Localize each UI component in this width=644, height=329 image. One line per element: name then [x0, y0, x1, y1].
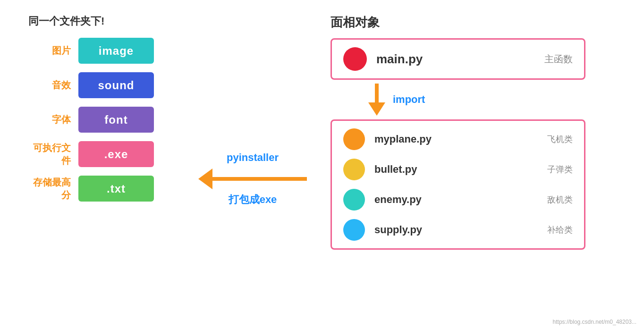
main-desc: 主函数 — [544, 53, 573, 66]
file-label-font: 字体 — [28, 113, 71, 126]
import-section: import — [368, 84, 616, 116]
left-section: 同一个文件夹下! 图片 image 音效 sound 字体 font 可执行文件… — [28, 14, 189, 210]
file-badge-sound: sound — [78, 72, 154, 98]
main-container: 同一个文件夹下! 图片 image 音效 sound 字体 font 可执行文件… — [0, 0, 644, 329]
desc-supply: 补给类 — [547, 224, 573, 236]
desc-myplane: 飞机类 — [547, 134, 573, 145]
arrow-left-icon — [198, 169, 212, 189]
file-item-font: 字体 font — [28, 107, 189, 133]
left-title: 同一个文件夹下! — [28, 14, 189, 28]
file-label-sound: 音效 — [28, 79, 71, 92]
arrow-down-container — [368, 84, 385, 116]
file-item-txt: 存储最高分 .txt — [28, 176, 189, 202]
file-item-sound: 音效 sound — [28, 72, 189, 98]
pyinstaller-label: pyinstaller — [227, 151, 279, 165]
import-label: import — [393, 93, 425, 106]
sub-item-enemy: enemy.py 敌机类 — [343, 189, 573, 211]
sub-item-bullet: bullet.py 子弹类 — [343, 159, 573, 180]
file-badge-font: font — [78, 107, 154, 133]
sub-item-myplane: myplane.py 飞机类 — [343, 128, 573, 150]
filename-supply: supply.py — [374, 224, 538, 236]
filename-bullet: bullet.py — [374, 163, 538, 176]
middle-section: pyinstaller 打包成exe — [198, 151, 307, 206]
sub-files-box: myplane.py 飞机类 bullet.py 子弹类 enemy.py 敌机… — [330, 119, 585, 250]
file-badge-exe: .exe — [78, 141, 154, 167]
file-label-txt: 存储最高分 — [28, 176, 71, 202]
sub-item-supply: supply.py 补给类 — [343, 219, 573, 241]
arrow-line-vertical — [375, 84, 379, 102]
dot-enemy — [343, 189, 365, 211]
main-dot-red — [343, 47, 367, 71]
arrow-left-container — [198, 169, 307, 189]
file-badge-image: image — [78, 38, 154, 64]
right-section: 面相对象 main.py 主函数 import myplane.py 飞机类 — [330, 14, 616, 250]
file-label-exe: 可执行文件 — [28, 142, 71, 167]
dot-bullet — [343, 159, 365, 180]
dot-myplane — [343, 128, 365, 150]
arrow-line-horizontal — [212, 177, 307, 181]
dot-supply — [343, 219, 365, 241]
file-item-exe: 可执行文件 .exe — [28, 141, 189, 167]
desc-bullet: 子弹类 — [547, 164, 573, 175]
filename-myplane: myplane.py — [374, 133, 538, 145]
main-file-box: main.py 主函数 — [330, 38, 585, 80]
filename-enemy: enemy.py — [374, 194, 538, 206]
file-badge-txt: .txt — [78, 176, 154, 202]
watermark: https://blog.csdn.net/m0_48203... — [553, 319, 636, 325]
main-filename: main.py — [376, 52, 535, 67]
pack-exe-label: 打包成exe — [229, 193, 277, 207]
desc-enemy: 敌机类 — [547, 194, 573, 205]
arrow-down-icon — [368, 102, 385, 116]
file-label-image: 图片 — [28, 44, 71, 57]
file-item-image: 图片 image — [28, 38, 189, 64]
right-title: 面相对象 — [330, 14, 616, 31]
